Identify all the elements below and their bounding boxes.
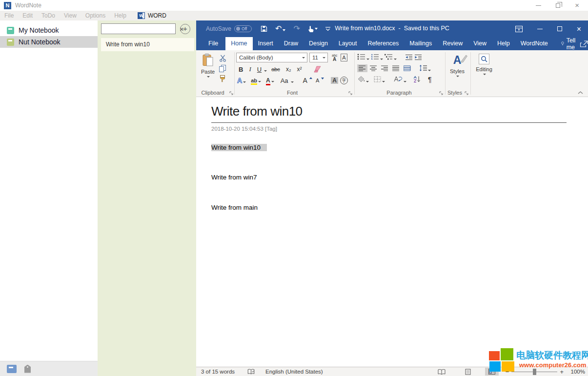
menu-options[interactable]: Options xyxy=(81,12,110,19)
sort-button[interactable] xyxy=(413,76,421,83)
tab-help[interactable]: Help xyxy=(492,37,515,50)
increase-indent-icon[interactable] xyxy=(414,54,422,60)
undo-button[interactable]: ↶ xyxy=(275,24,285,33)
decrease-indent-icon[interactable] xyxy=(405,54,413,60)
paragraph-group-label: Paragraph xyxy=(357,90,441,96)
styles-button[interactable]: A Styles xyxy=(448,54,466,77)
tab-layout[interactable]: Layout xyxy=(333,37,363,50)
clipboard-group-label: Clipboard xyxy=(196,90,229,96)
text-effects-button[interactable]: A xyxy=(237,77,246,84)
wordnote-restore-icon[interactable] xyxy=(556,3,560,8)
tab-references[interactable]: References xyxy=(362,37,404,50)
tab-word-document[interactable]: W WORD xyxy=(138,12,166,19)
collapse-ribbon-icon[interactable] xyxy=(578,91,583,94)
tab-file[interactable]: File xyxy=(201,37,225,50)
superscript-button[interactable]: x² xyxy=(296,66,304,73)
sidebar-item-my-notebook[interactable]: My Notebook xyxy=(0,24,98,36)
format-painter-icon[interactable] xyxy=(219,75,226,82)
editing-button[interactable]: Editing xyxy=(473,54,495,75)
tab-mailings[interactable]: Mailings xyxy=(404,37,437,50)
sidebar-item-nut-notebook[interactable]: Nut Notebook xyxy=(0,36,98,48)
asian-layout-button[interactable] xyxy=(394,76,406,83)
language-status[interactable]: English (United States) xyxy=(265,369,323,375)
share-icon[interactable] xyxy=(580,40,588,47)
align-center-button[interactable] xyxy=(368,64,379,72)
notebook-sidebar: My Notebook Nut Notebook xyxy=(0,20,98,361)
underline-button[interactable]: U xyxy=(256,66,267,73)
menu-todo[interactable]: ToDo xyxy=(37,12,60,19)
font-size-select[interactable]: 11 xyxy=(309,53,328,62)
ribbon-display-options-icon[interactable] xyxy=(515,26,523,32)
shading-button[interactable] xyxy=(357,76,369,83)
save-icon[interactable] xyxy=(261,25,267,32)
subscript-button[interactable]: x₂ xyxy=(284,66,293,73)
strikethrough-button[interactable]: abc xyxy=(270,66,282,72)
menu-view[interactable]: View xyxy=(60,12,81,19)
autosave-toggle[interactable]: AutoSave Off xyxy=(206,25,252,32)
wordnote-minimize-icon[interactable] xyxy=(536,5,541,6)
wordnote-menubar: File Edit ToDo View Options Help W WORD xyxy=(0,11,588,20)
tab-insert[interactable]: Insert xyxy=(253,37,279,50)
tab-home[interactable]: Home xyxy=(225,37,252,50)
redo-icon[interactable]: ↷ xyxy=(293,25,300,33)
menu-help[interactable]: Help xyxy=(110,12,131,19)
clear-formatting-icon[interactable] xyxy=(313,66,321,73)
menu-edit[interactable]: Edit xyxy=(18,12,37,19)
show-paragraph-marks-button[interactable]: ¶ xyxy=(426,76,433,83)
note-search-input[interactable] xyxy=(101,24,180,33)
autosave-state: Off xyxy=(242,26,247,31)
paste-button[interactable]: Paste xyxy=(201,54,215,78)
add-note-button[interactable]: + xyxy=(180,24,190,34)
word-minimize-icon[interactable] xyxy=(537,29,543,29)
text-highlight-button[interactable]: ab xyxy=(251,78,261,83)
change-case-button[interactable]: Aa xyxy=(279,77,294,84)
shrink-font-button[interactable]: A xyxy=(314,78,324,83)
align-left-button[interactable] xyxy=(357,64,367,72)
character-shading-button[interactable]: A xyxy=(331,77,338,84)
tab-draw[interactable]: Draw xyxy=(279,37,304,50)
font-dialog-launcher-icon[interactable] xyxy=(348,91,352,95)
align-right-button[interactable] xyxy=(380,64,390,72)
note-list-item[interactable]: Write from win10 xyxy=(101,38,194,51)
tell-me-box[interactable]: Tell me xyxy=(559,37,580,50)
word-count[interactable]: 3 of 15 words xyxy=(201,369,235,375)
read-mode-button[interactable] xyxy=(434,368,449,376)
font-color-button[interactable]: A xyxy=(266,78,274,84)
borders-button[interactable] xyxy=(374,76,385,83)
phonetic-guide-button[interactable]: abc A xyxy=(332,54,337,62)
clipboard-dialog-launcher-icon[interactable] xyxy=(229,91,233,95)
tag-icon[interactable] xyxy=(24,365,31,373)
word-maximize-icon[interactable] xyxy=(557,26,562,31)
wordnote-close-icon[interactable]: × xyxy=(575,2,579,8)
font-name-select[interactable]: Calibri (Body) xyxy=(236,53,307,62)
line-spacing-button[interactable] xyxy=(419,65,431,72)
distribute-button[interactable] xyxy=(402,64,412,72)
selected-text[interactable]: Write from win10 xyxy=(211,144,267,151)
copy-icon[interactable] xyxy=(219,65,226,72)
character-border-button[interactable]: A xyxy=(341,54,347,61)
enclose-characters-button[interactable]: 字 xyxy=(340,77,348,84)
numbering-button[interactable] xyxy=(371,54,383,61)
grow-font-button[interactable]: A xyxy=(302,77,312,84)
word-close-icon[interactable]: × xyxy=(577,26,581,32)
multilevel-list-button[interactable] xyxy=(385,54,397,61)
justify-button[interactable] xyxy=(391,64,401,72)
styles-dialog-launcher-icon[interactable] xyxy=(465,91,468,95)
touch-mode-button[interactable] xyxy=(308,25,318,33)
tab-view[interactable]: View xyxy=(468,37,492,50)
bold-button[interactable]: B xyxy=(237,66,244,73)
menu-file[interactable]: File xyxy=(0,12,18,19)
tab-wordnote[interactable]: WordNote xyxy=(515,37,553,50)
italic-button[interactable]: I xyxy=(247,65,252,73)
tab-review[interactable]: Review xyxy=(437,37,468,50)
watermark-url: www.computer26.com xyxy=(519,361,587,369)
add-notebook-icon[interactable] xyxy=(7,365,17,373)
tab-design[interactable]: Design xyxy=(304,37,333,50)
bullets-button[interactable] xyxy=(357,54,369,61)
customize-qat-icon[interactable] xyxy=(325,27,330,31)
paragraph-dialog-launcher-icon[interactable] xyxy=(439,91,443,95)
print-layout-button[interactable] xyxy=(462,368,474,376)
cut-icon[interactable] xyxy=(219,55,226,62)
document-canvas[interactable]: Write from win10 2018-10-20 15:04:53 [Ta… xyxy=(196,97,588,367)
proofing-status-icon[interactable] xyxy=(247,369,255,375)
